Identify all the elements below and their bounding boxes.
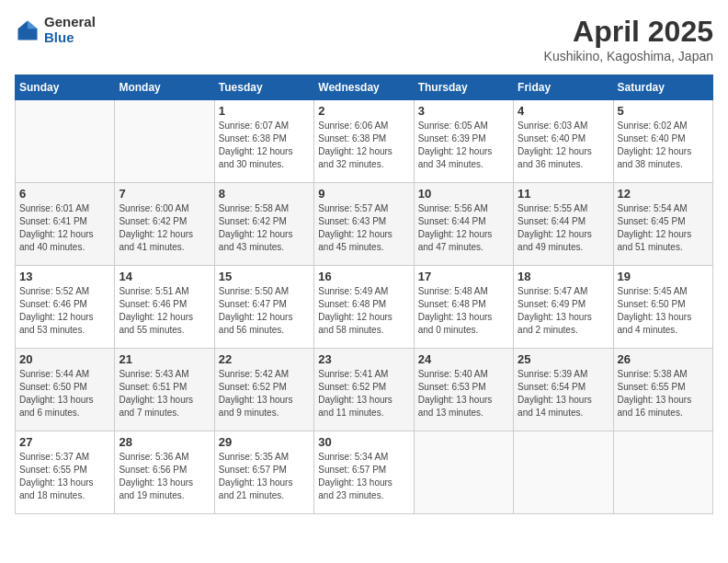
svg-marker-1 [28,20,38,29]
weekday-header-wednesday: Wednesday [314,75,414,100]
day-info: Sunrise: 6:03 AM Sunset: 6:40 PM Dayligh… [518,120,609,171]
weekday-header-friday: Friday [514,75,613,100]
calendar-week-row: 6Sunrise: 6:01 AM Sunset: 6:41 PM Daylig… [16,183,713,266]
logo-blue: Blue [44,30,96,46]
day-number: 16 [318,270,409,283]
calendar-cell: 25Sunrise: 5:39 AM Sunset: 6:54 PM Dayli… [514,349,613,431]
calendar-cell: 27Sunrise: 5:37 AM Sunset: 6:55 PM Dayli… [16,431,115,514]
day-info: Sunrise: 5:54 AM Sunset: 6:45 PM Dayligh… [618,202,709,254]
calendar-cell: 10Sunrise: 5:56 AM Sunset: 6:44 PM Dayli… [414,183,513,266]
calendar-cell: 15Sunrise: 5:50 AM Sunset: 6:47 PM Dayli… [214,266,313,349]
day-number: 15 [219,270,310,283]
day-info: Sunrise: 5:52 AM Sunset: 6:46 PM Dayligh… [19,285,110,337]
day-number: 8 [219,187,310,201]
weekday-header-monday: Monday [115,75,214,100]
day-number: 27 [19,435,110,449]
calendar-cell: 3Sunrise: 6:05 AM Sunset: 6:39 PM Daylig… [414,100,513,183]
calendar-cell: 24Sunrise: 5:40 AM Sunset: 6:53 PM Dayli… [414,349,513,431]
calendar-cell: 19Sunrise: 5:45 AM Sunset: 6:50 PM Dayli… [613,266,712,349]
weekday-header-thursday: Thursday [414,75,513,100]
day-info: Sunrise: 5:49 AM Sunset: 6:48 PM Dayligh… [318,285,409,337]
day-info: Sunrise: 5:43 AM Sunset: 6:51 PM Dayligh… [119,368,210,419]
calendar-table: SundayMondayTuesdayWednesdayThursdayFrid… [15,75,713,514]
calendar-cell: 18Sunrise: 5:47 AM Sunset: 6:49 PM Dayli… [514,266,613,349]
calendar-cell: 4Sunrise: 6:03 AM Sunset: 6:40 PM Daylig… [514,100,613,183]
calendar-cell: 11Sunrise: 5:55 AM Sunset: 6:44 PM Dayli… [514,183,613,266]
calendar-cell [514,431,613,514]
day-info: Sunrise: 5:40 AM Sunset: 6:53 PM Dayligh… [418,368,509,419]
day-info: Sunrise: 5:47 AM Sunset: 6:49 PM Dayligh… [518,285,609,337]
calendar-cell: 2Sunrise: 6:06 AM Sunset: 6:38 PM Daylig… [314,100,414,183]
day-info: Sunrise: 5:41 AM Sunset: 6:52 PM Dayligh… [318,368,409,419]
calendar-cell: 1Sunrise: 6:07 AM Sunset: 6:38 PM Daylig… [214,100,313,183]
calendar-week-row: 13Sunrise: 5:52 AM Sunset: 6:46 PM Dayli… [16,266,713,349]
day-number: 22 [219,352,310,366]
calendar-cell: 22Sunrise: 5:42 AM Sunset: 6:52 PM Dayli… [214,349,313,431]
calendar-cell: 20Sunrise: 5:44 AM Sunset: 6:50 PM Dayli… [16,349,115,431]
day-number: 1 [219,104,310,118]
day-number: 19 [618,270,709,283]
day-number: 11 [518,187,609,201]
logo-icon [15,17,40,43]
calendar-cell [115,100,214,183]
day-number: 7 [119,187,210,201]
calendar-cell: 21Sunrise: 5:43 AM Sunset: 6:51 PM Dayli… [115,349,214,431]
day-number: 14 [119,270,210,283]
day-number: 3 [418,104,509,118]
day-info: Sunrise: 5:57 AM Sunset: 6:43 PM Dayligh… [318,202,409,254]
day-number: 13 [19,270,110,283]
weekday-header-sunday: Sunday [16,75,115,100]
calendar-cell: 14Sunrise: 5:51 AM Sunset: 6:46 PM Dayli… [115,266,214,349]
day-info: Sunrise: 5:45 AM Sunset: 6:50 PM Dayligh… [618,285,709,337]
calendar-cell: 26Sunrise: 5:38 AM Sunset: 6:55 PM Dayli… [613,349,712,431]
day-info: Sunrise: 5:37 AM Sunset: 6:55 PM Dayligh… [19,451,110,502]
title-block: April 2025 Kushikino, Kagoshima, Japan [544,15,713,63]
day-info: Sunrise: 6:06 AM Sunset: 6:38 PM Dayligh… [318,120,409,171]
calendar-cell: 6Sunrise: 6:01 AM Sunset: 6:41 PM Daylig… [16,183,115,266]
day-number: 29 [219,435,310,449]
day-info: Sunrise: 5:56 AM Sunset: 6:44 PM Dayligh… [418,202,509,254]
day-number: 25 [518,352,609,366]
calendar-cell: 30Sunrise: 5:34 AM Sunset: 6:57 PM Dayli… [314,431,414,514]
day-info: Sunrise: 6:05 AM Sunset: 6:39 PM Dayligh… [418,120,509,171]
logo-text: General Blue [44,15,96,45]
calendar-cell [613,431,712,514]
calendar-cell: 7Sunrise: 6:00 AM Sunset: 6:42 PM Daylig… [115,183,214,266]
calendar-cell: 23Sunrise: 5:41 AM Sunset: 6:52 PM Dayli… [314,349,414,431]
day-info: Sunrise: 6:01 AM Sunset: 6:41 PM Dayligh… [19,202,110,254]
day-number: 24 [418,352,509,366]
day-info: Sunrise: 6:00 AM Sunset: 6:42 PM Dayligh… [119,202,210,254]
title-month: April 2025 [544,15,713,49]
day-number: 12 [618,187,709,201]
calendar-cell: 9Sunrise: 5:57 AM Sunset: 6:43 PM Daylig… [314,183,414,266]
weekday-header-tuesday: Tuesday [214,75,313,100]
day-info: Sunrise: 5:51 AM Sunset: 6:46 PM Dayligh… [119,285,210,337]
page-header: General Blue April 2025 Kushikino, Kagos… [15,15,713,63]
day-info: Sunrise: 5:55 AM Sunset: 6:44 PM Dayligh… [518,202,609,254]
calendar-cell [16,100,115,183]
day-info: Sunrise: 5:58 AM Sunset: 6:42 PM Dayligh… [219,202,310,254]
day-number: 23 [318,352,409,366]
day-number: 17 [418,270,509,283]
calendar-cell: 17Sunrise: 5:48 AM Sunset: 6:48 PM Dayli… [414,266,513,349]
day-number: 26 [618,352,709,366]
calendar-week-row: 27Sunrise: 5:37 AM Sunset: 6:55 PM Dayli… [16,431,713,514]
day-number: 18 [518,270,609,283]
day-info: Sunrise: 5:35 AM Sunset: 6:57 PM Dayligh… [219,451,310,502]
day-number: 30 [318,435,409,449]
day-info: Sunrise: 6:02 AM Sunset: 6:40 PM Dayligh… [618,120,709,171]
day-number: 10 [418,187,509,201]
calendar-cell: 5Sunrise: 6:02 AM Sunset: 6:40 PM Daylig… [613,100,712,183]
day-info: Sunrise: 5:39 AM Sunset: 6:54 PM Dayligh… [518,368,609,419]
calendar-cell: 28Sunrise: 5:36 AM Sunset: 6:56 PM Dayli… [115,431,214,514]
day-info: Sunrise: 5:36 AM Sunset: 6:56 PM Dayligh… [119,451,210,502]
day-number: 4 [518,104,609,118]
day-info: Sunrise: 6:07 AM Sunset: 6:38 PM Dayligh… [219,120,310,171]
day-number: 6 [19,187,110,201]
calendar-cell: 8Sunrise: 5:58 AM Sunset: 6:42 PM Daylig… [214,183,313,266]
calendar-week-row: 1Sunrise: 6:07 AM Sunset: 6:38 PM Daylig… [16,100,713,183]
calendar-cell [414,431,513,514]
calendar-cell: 16Sunrise: 5:49 AM Sunset: 6:48 PM Dayli… [314,266,414,349]
logo: General Blue [15,15,96,45]
title-location: Kushikino, Kagoshima, Japan [544,49,713,63]
